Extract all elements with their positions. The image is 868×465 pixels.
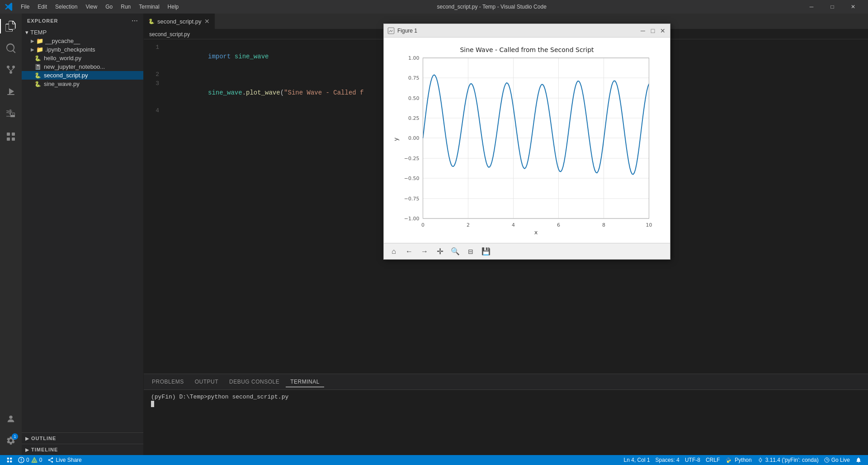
svg-point-1 xyxy=(12,66,15,68)
outline-section: ▶ OUTLINE xyxy=(22,432,143,444)
svg-text:4: 4 xyxy=(512,222,515,228)
remote-status-icon xyxy=(6,457,13,463)
code-string: "Sine Wave - Called f xyxy=(284,89,363,96)
notebook-label: new_jupyter_noteboo... xyxy=(44,63,105,70)
menu-view[interactable]: View xyxy=(82,3,101,11)
source-control-activity-icon[interactable] xyxy=(0,59,22,81)
extensions-activity-icon[interactable] xyxy=(0,102,22,124)
tab-close-button[interactable]: ✕ xyxy=(204,18,210,25)
outline-header[interactable]: ▶ OUTLINE xyxy=(22,433,143,444)
module-name: sine_wave xyxy=(235,53,269,60)
explorer-title: EXPLORER xyxy=(27,18,58,24)
interpreter-status[interactable]: 3.11.4 ('pyFin': conda) xyxy=(755,455,821,465)
live-share-label: Live Share xyxy=(56,457,81,463)
forward-button[interactable]: → xyxy=(418,245,431,258)
terminal-cursor-line xyxy=(151,400,861,407)
account-activity-icon[interactable] xyxy=(0,408,22,430)
go-live-status[interactable]: Go Live xyxy=(821,455,853,465)
activity-bar-bottom: 1 xyxy=(0,408,22,455)
tab-output[interactable]: OUTPUT xyxy=(190,377,223,387)
menu-help[interactable]: Help xyxy=(164,3,183,11)
sidebar-item-ipynb[interactable]: ▶ 📁 .ipynb_checkpoints xyxy=(22,45,143,54)
terminal-content[interactable]: (pyFin) D:\Temp>python second_script.py xyxy=(144,390,868,455)
svg-point-24 xyxy=(52,461,53,463)
svg-text:8: 8 xyxy=(602,222,605,228)
errors-status-item[interactable]: 0 0 xyxy=(15,455,45,465)
menu-go[interactable]: Go xyxy=(102,3,116,11)
title-bar: File Edit Selection View Go Run Terminal… xyxy=(0,0,868,14)
warning-count: 0 xyxy=(39,457,42,463)
maximize-button[interactable]: □ xyxy=(822,0,843,14)
status-bar: 0 0 Live Share Ln 4, Col 1 Spaces: 4 UTF… xyxy=(0,455,868,465)
remote-status-item[interactable] xyxy=(4,455,15,465)
run-activity-icon[interactable] xyxy=(0,81,22,102)
code-dot: . xyxy=(242,89,246,96)
eol-status[interactable]: CRLF xyxy=(703,455,722,465)
pan-button[interactable]: ✛ xyxy=(434,245,446,258)
sidebar-item-hello-world[interactable]: 🐍 hello_world.py xyxy=(22,54,143,62)
encoding-status[interactable]: UTF-8 xyxy=(682,455,703,465)
tab-problems[interactable]: PROBLEMS xyxy=(147,377,189,387)
tab-debug-console[interactable]: DEBUG CONSOLE xyxy=(225,377,284,387)
svg-rect-11 xyxy=(7,138,10,141)
explorer-activity-icon[interactable] xyxy=(0,15,22,37)
settings-activity-icon[interactable]: 1 xyxy=(0,430,22,451)
live-share-icon xyxy=(47,457,54,463)
menu-edit[interactable]: Edit xyxy=(34,3,51,11)
line-number-4: 4 xyxy=(144,106,166,115)
terminal-line: (pyFin) D:\Temp>python second_script.py xyxy=(151,394,861,400)
close-button[interactable]: ✕ xyxy=(843,0,863,14)
figure-close-button[interactable]: ✕ xyxy=(659,27,666,34)
svg-rect-34 xyxy=(423,58,649,218)
home-button[interactable]: ⌂ xyxy=(387,245,400,258)
configure-button[interactable]: ⊟ xyxy=(464,245,477,258)
sidebar-item-notebook[interactable]: 📓 new_jupyter_noteboo... xyxy=(22,62,143,71)
svg-rect-17 xyxy=(10,460,12,462)
code-obj: sine_wave xyxy=(208,89,242,96)
vscode-logo xyxy=(5,2,14,11)
svg-line-25 xyxy=(50,460,52,461)
timeline-header[interactable]: ▶ TIMELINE xyxy=(22,444,143,455)
remote-activity-icon[interactable] xyxy=(0,126,22,147)
menu-terminal[interactable]: Terminal xyxy=(135,3,163,11)
sidebar-header: EXPLORER ⋯ xyxy=(22,14,143,28)
svg-rect-12 xyxy=(12,138,15,141)
encoding-text: UTF-8 xyxy=(685,457,700,463)
figure-toolbar: ⌂ ← → ✛ 🔍 ⊟ 💾 xyxy=(384,243,670,259)
outline-label: OUTLINE xyxy=(31,436,56,441)
svg-rect-5 xyxy=(7,94,14,95)
zoom-button[interactable]: 🔍 xyxy=(449,245,462,258)
window-title: second_script.py - Temp - Visual Studio … xyxy=(182,4,801,10)
root-folder-label: TEMP xyxy=(30,29,47,36)
svg-text:−0.25: −0.25 xyxy=(404,156,420,161)
svg-text:0.50: 0.50 xyxy=(408,95,420,101)
sidebar-item-sine-wave[interactable]: 🐍 sine_wave.py xyxy=(22,80,143,88)
bell-icon xyxy=(855,457,862,463)
sidebar-item-pycache[interactable]: ▶ 📁 __pycache__ xyxy=(22,37,143,45)
menu-run[interactable]: Run xyxy=(117,3,134,11)
python-file-icon: 🐍 xyxy=(34,81,41,87)
root-folder[interactable]: ▾ TEMP xyxy=(22,28,143,37)
notifications-status[interactable] xyxy=(853,455,864,465)
ln-col-status[interactable]: Ln 4, Col 1 xyxy=(621,455,653,465)
sidebar-item-second-script[interactable]: 🐍 second_script.py xyxy=(22,71,143,80)
save-button[interactable]: 💾 xyxy=(480,245,492,258)
live-share-button[interactable]: Live Share xyxy=(45,455,84,465)
figure-minimize-button[interactable]: ─ xyxy=(639,27,646,34)
svg-rect-10 xyxy=(12,133,15,136)
menu-selection[interactable]: Selection xyxy=(52,3,81,11)
minimize-button[interactable]: ─ xyxy=(801,0,822,14)
back-button[interactable]: ← xyxy=(403,245,415,258)
svg-text:x: x xyxy=(534,229,538,236)
chevron-right-icon: ▶ xyxy=(31,47,34,52)
figure-maximize-button[interactable]: □ xyxy=(649,27,656,34)
search-activity-icon[interactable] xyxy=(0,37,22,59)
language-status[interactable]: Python xyxy=(722,455,754,465)
sidebar-more-icon[interactable]: ⋯ xyxy=(132,17,138,24)
interpreter-text: 3.11.4 ('pyFin': conda) xyxy=(765,457,819,463)
tab-terminal[interactable]: TERMINAL xyxy=(286,377,324,387)
menu-file[interactable]: File xyxy=(17,3,33,11)
spaces-status[interactable]: Spaces: 4 xyxy=(653,455,682,465)
svg-line-26 xyxy=(50,459,52,460)
editor-tab-second-script[interactable]: 🐍 second_script.py ✕ xyxy=(144,14,215,29)
